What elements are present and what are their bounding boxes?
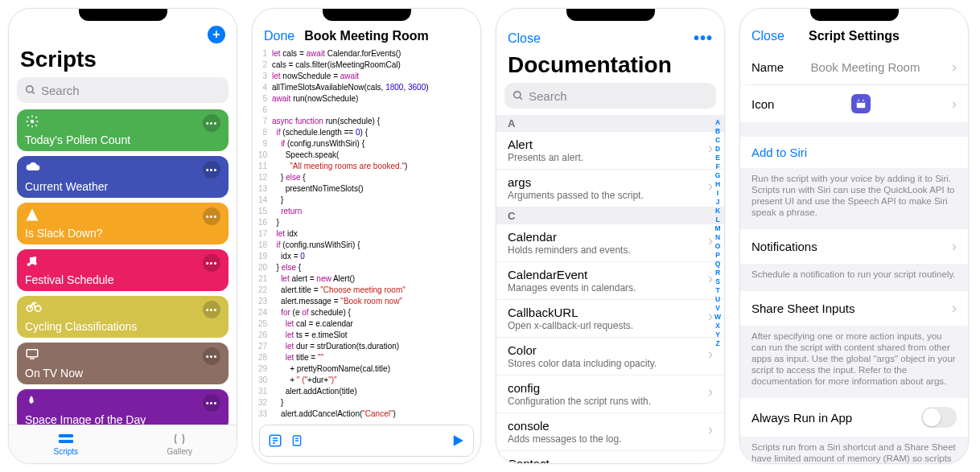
doc-search-input[interactable]: Search [504, 83, 716, 109]
doc-item[interactable]: ContactContact in the address book. [496, 451, 724, 463]
script-card[interactable]: •••Cycling Classifications [17, 296, 229, 338]
card-more-button[interactable]: ••• [203, 254, 220, 272]
add-script-button[interactable]: + [208, 26, 225, 43]
card-label: Today's Pollen Count [25, 133, 220, 146]
index-letter[interactable]: P [715, 251, 720, 260]
doc-item[interactable]: CalendarHolds reminders and events. [496, 224, 724, 262]
card-more-button[interactable]: ••• [203, 114, 220, 132]
add-to-siri-button[interactable]: Add to Siri [740, 137, 968, 168]
docs-icon[interactable] [290, 433, 303, 448]
svg-rect-14 [59, 440, 73, 443]
index-letter[interactable]: H [715, 180, 720, 189]
name-row[interactable]: Name Book Meeting Room [740, 50, 968, 84]
index-letter[interactable]: S [715, 277, 720, 286]
index-letter[interactable]: O [715, 242, 721, 251]
close-button[interactable]: Close [508, 31, 541, 46]
notifications-hint: Schedule a notification to run your scri… [740, 264, 968, 291]
code-editor[interactable]: 1let cals = await Calendar.forEvents()2c… [253, 48, 480, 421]
script-card[interactable]: •••Festival Schedule [17, 249, 229, 291]
doc-item[interactable]: configConfiguration the script runs with… [496, 376, 724, 413]
index-letter[interactable]: F [715, 162, 719, 171]
share-hint: After specifying one or more action inpu… [740, 326, 968, 398]
always-run-toggle[interactable] [921, 407, 957, 428]
always-run-row[interactable]: Always Run in App [740, 398, 968, 437]
svg-point-8 [35, 306, 41, 311]
tab-bar: Scripts Gallery [9, 425, 237, 463]
card-label: On TV Now [25, 367, 220, 380]
card-label: Festival Schedule [25, 273, 220, 286]
section-index[interactable]: ABCDEFGHIJKLMNOPQRSTUVWXYZ [713, 115, 723, 463]
scripts-tab-icon [57, 433, 75, 445]
documentation-screen: Close ••• Documentation Search AAlertPre… [496, 8, 725, 464]
done-button[interactable]: Done [264, 29, 294, 43]
tab-gallery[interactable]: Gallery [123, 425, 237, 463]
gear-icon [25, 114, 39, 129]
index-letter[interactable]: A [715, 118, 720, 127]
index-letter[interactable]: Q [715, 260, 721, 269]
notifications-row[interactable]: Notifications [740, 229, 968, 264]
index-letter[interactable]: N [715, 233, 720, 242]
index-letter[interactable]: R [715, 269, 720, 277]
card-more-button[interactable]: ••• [203, 347, 220, 365]
search-input[interactable]: Search [17, 77, 229, 103]
index-letter[interactable]: V [715, 304, 720, 313]
more-menu-button[interactable]: ••• [694, 29, 713, 47]
index-letter[interactable]: K [715, 207, 720, 215]
script-card[interactable]: •••On TV Now [17, 343, 229, 384]
index-letter[interactable]: Y [715, 330, 720, 339]
doc-item-desc: Manages events in calendars. [508, 282, 713, 293]
tv-icon [25, 347, 39, 362]
svg-rect-3 [31, 213, 33, 217]
doc-item[interactable]: consoleAdds messages to the log. [496, 413, 724, 451]
section-header: A [496, 115, 724, 132]
index-letter[interactable]: X [715, 322, 720, 330]
scripts-screen: + Scripts Search •••Today's Pollen Count… [8, 8, 237, 464]
icon-row[interactable]: Icon [740, 85, 968, 122]
script-card[interactable]: •••Space Image of the Day [17, 389, 229, 425]
doc-item-desc: Open x-callback-url requests. [508, 320, 713, 331]
script-card[interactable]: •••Today's Pollen Count [17, 109, 229, 151]
card-more-button[interactable]: ••• [203, 161, 220, 179]
index-letter[interactable]: D [715, 145, 720, 154]
doc-item-name: CalendarEvent [508, 268, 713, 281]
tab-scripts[interactable]: Scripts [9, 425, 123, 463]
close-button[interactable]: Close [751, 29, 784, 43]
index-letter[interactable]: E [715, 154, 720, 162]
script-card[interactable]: •••Current Weather [17, 156, 229, 198]
index-letter[interactable]: U [715, 295, 720, 304]
script-card[interactable]: •••Is Slack Down? [17, 203, 229, 244]
doc-item[interactable]: AlertPresents an alert. [496, 132, 724, 170]
index-letter[interactable]: J [716, 198, 720, 207]
card-more-button[interactable]: ••• [203, 301, 220, 318]
warning-icon [25, 207, 39, 222]
index-letter[interactable]: W [714, 313, 721, 322]
doc-item-desc: Arguments passed to the script. [508, 190, 713, 201]
index-letter[interactable]: G [715, 171, 721, 180]
card-more-button[interactable]: ••• [203, 394, 220, 412]
doc-item[interactable]: argsArguments passed to the script. [496, 170, 724, 207]
run-button[interactable] [451, 433, 465, 448]
settings-icon[interactable] [268, 433, 282, 448]
svg-point-6 [34, 262, 37, 265]
card-more-button[interactable]: ••• [203, 207, 220, 225]
notch [9, 9, 237, 21]
doc-item[interactable]: CalendarEventManages events in calendars… [496, 262, 724, 300]
doc-item-desc: Configuration the script runs with. [508, 396, 713, 407]
index-letter[interactable]: C [715, 136, 720, 145]
index-letter[interactable]: L [715, 215, 719, 224]
index-letter[interactable]: B [715, 127, 720, 136]
doc-item[interactable]: ColorStores color data including opacity… [496, 338, 724, 376]
search-icon [513, 90, 524, 101]
index-letter[interactable]: T [715, 286, 719, 295]
music-icon [25, 254, 39, 269]
page-title: Scripts [9, 45, 237, 77]
index-letter[interactable]: M [714, 224, 720, 233]
always-run-hint: Scripts run from a Siri shortcut and a S… [740, 437, 968, 463]
svg-point-4 [31, 218, 33, 220]
index-letter[interactable]: Z [715, 339, 719, 348]
index-letter[interactable]: I [717, 189, 719, 198]
cloud-icon [25, 161, 39, 175]
name-value: Book Meeting Room [811, 60, 920, 74]
share-sheet-row[interactable]: Share Sheet Inputs [740, 291, 968, 326]
doc-item[interactable]: CallbackURLOpen x-callback-url requests. [496, 300, 724, 338]
